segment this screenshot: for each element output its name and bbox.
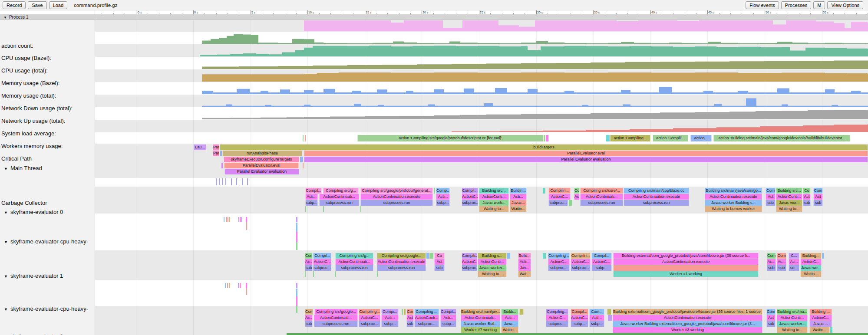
trace-event-bar[interactable] xyxy=(246,288,247,295)
trace-event-bar[interactable] xyxy=(240,217,241,222)
trace-event-bar[interactable]: Co xyxy=(574,188,580,194)
trace-event-bar[interactable]: sub xyxy=(767,265,776,271)
trace-event-bar[interactable]: Worker #3 working xyxy=(613,327,762,333)
counter-chart-workers-memory-usage[interactable] xyxy=(95,120,868,132)
trace-event-bar[interactable]: ActionContinuati... xyxy=(461,315,500,321)
trace-event-bar[interactable]: Waiting to... xyxy=(776,206,802,212)
trace-event-bar[interactable]: Compiling src/google/protobuf/generat... xyxy=(360,188,433,194)
trace-event-bar[interactable]: ActionC... xyxy=(548,259,570,265)
trace-event-bar[interactable]: Javac worker Building s... xyxy=(705,200,762,206)
trace-event-bar[interactable]: sub xyxy=(305,321,313,327)
trace-event-bar[interactable]: ActionConti... xyxy=(776,194,802,200)
trace-event-bar[interactable]: Java... xyxy=(501,321,518,327)
trace-event-bar[interactable] xyxy=(519,309,524,315)
trace-event-bar[interactable]: subproc... xyxy=(313,265,331,271)
trace-event-bar[interactable] xyxy=(247,178,248,185)
trace-event-bar[interactable]: Javac worker... xyxy=(777,321,808,327)
trace-event-bar[interactable] xyxy=(546,135,548,141)
trace-event-bar[interactable]: ActionContinuation.execute xyxy=(613,315,762,321)
trace-event-bar[interactable]: ActionConti... xyxy=(777,315,808,321)
trace-event-bar[interactable] xyxy=(224,217,224,222)
expander-icon[interactable]: ▼ xyxy=(4,274,8,279)
trace-event-bar[interactable]: sub xyxy=(766,200,776,206)
trace-event-bar[interactable] xyxy=(830,327,832,333)
counter-chart-system-load-average[interactable] xyxy=(95,108,868,119)
trace-event-bar[interactable]: Building src... xyxy=(479,188,509,194)
trace-event-bar[interactable] xyxy=(543,253,546,259)
trace-event-bar[interactable] xyxy=(287,333,868,335)
counter-chart-network-down-usage[interactable] xyxy=(95,82,868,94)
trace-event-bar[interactable] xyxy=(569,200,572,206)
trace-event-bar[interactable]: Compiling... xyxy=(359,309,380,315)
trace-event-bar[interactable]: Waitin... xyxy=(809,327,830,333)
trace-event-bar[interactable]: Waitin... xyxy=(800,271,822,277)
trace-event-bar[interactable]: subp... xyxy=(591,265,612,271)
trace-event-bar[interactable]: Worker #7 working xyxy=(461,327,500,333)
trace-event-bar[interactable]: runAnalysisPhase xyxy=(222,151,302,156)
trace-event-bar[interactable]: Building ... xyxy=(809,309,832,315)
trace-event-bar[interactable]: ActionC... xyxy=(809,315,832,321)
trace-event-bar[interactable]: Ac... xyxy=(777,259,786,265)
trace-event-bar[interactable]: ActionContinuation.execute xyxy=(377,259,426,265)
trace-event-bar[interactable]: ActionC... xyxy=(571,259,591,265)
process-1-header[interactable]: ▼Process 1 xyxy=(0,14,868,20)
trace-event-bar[interactable] xyxy=(377,271,378,277)
trace-event-bar[interactable]: skyframeExecutor.configureTargets xyxy=(224,157,299,162)
trace-event-bar[interactable]: subp... xyxy=(589,321,604,327)
trace-event-bar[interactable] xyxy=(238,283,239,288)
trace-event-bar[interactable] xyxy=(228,217,228,222)
trace-event-bar[interactable]: sub xyxy=(406,321,414,327)
trace-event-bar[interactable]: Javac wor... xyxy=(776,200,802,206)
trace-event-bar[interactable] xyxy=(544,135,545,141)
trace-event-bar[interactable]: Compil... xyxy=(462,188,478,194)
trace-event-bar[interactable]: su... xyxy=(789,265,799,271)
trace-event-bar[interactable]: Buildin... xyxy=(510,188,527,194)
trace-event-bar[interactable]: Acti... xyxy=(518,259,531,265)
trace-event-bar[interactable]: Compilin... xyxy=(571,253,591,259)
trace-event-bar[interactable]: sub xyxy=(305,265,313,271)
trace-event-bar[interactable] xyxy=(305,271,306,277)
trace-event-bar[interactable]: Compiling src/core/... xyxy=(580,188,623,194)
trace-event-bar[interactable]: sub xyxy=(434,265,445,271)
trace-event-bar[interactable]: Act xyxy=(766,315,776,321)
trace-event-bar[interactable]: Com xyxy=(766,309,776,315)
flow-events-button[interactable]: Flow events xyxy=(746,1,779,9)
trace-event-bar[interactable]: action 'Compiling... xyxy=(610,135,650,141)
trace-event-bar[interactable]: subprocess.run xyxy=(360,200,433,206)
trace-event-bar[interactable]: subprocess.run xyxy=(377,265,426,271)
trace-event-bar[interactable]: ActionC... xyxy=(462,194,478,200)
trace-event-bar[interactable] xyxy=(296,306,297,313)
trace-event-bar[interactable]: Com xyxy=(406,309,414,315)
trace-event-bar[interactable]: ActionContinuati... xyxy=(580,194,623,200)
trace-event-bar[interactable]: subproc... xyxy=(548,200,568,206)
trace-event-bar[interactable]: Act xyxy=(406,315,414,321)
trace-event-bar[interactable]: Acti... xyxy=(501,315,518,321)
trace-event-bar[interactable]: Waiting to... xyxy=(478,271,507,277)
trace-event-bar[interactable]: subprocess.run xyxy=(624,200,689,206)
trace-event-bar[interactable]: Building external/com_google_protobuf/ja… xyxy=(613,309,762,315)
trace-event-bar[interactable] xyxy=(227,283,228,288)
trace-event-bar[interactable]: ActionC... xyxy=(313,259,331,265)
timeline-ruler[interactable]: -5 s0 s5 s10 s15 s20 s25 s30 s35 s40 s45… xyxy=(0,10,868,14)
trace-event-bar[interactable]: Compiling src/g... xyxy=(323,188,359,194)
trace-event-bar[interactable]: Compiling... xyxy=(546,309,568,315)
counter-chart-action-count[interactable] xyxy=(95,20,868,31)
trace-event-bar[interactable] xyxy=(613,265,759,271)
trace-event-bar[interactable] xyxy=(402,309,403,315)
trace-event-bar[interactable] xyxy=(296,242,297,250)
trace-event-bar[interactable] xyxy=(607,309,611,315)
trace-event-bar[interactable]: ActionConti... xyxy=(479,194,509,200)
trace-event-bar[interactable]: subp... xyxy=(381,321,399,327)
trace-event-bar[interactable]: Compiling src/main/cpp/blaze.cc xyxy=(624,188,689,194)
trace-event-bar[interactable]: ActionContinuati... xyxy=(319,194,359,200)
trace-event-bar[interactable]: Act xyxy=(813,194,823,200)
trace-event-bar[interactable]: subprocess.run xyxy=(314,321,358,327)
trace-event-bar[interactable]: Com... xyxy=(589,309,604,315)
trace-event-bar[interactable]: Compil... xyxy=(571,309,588,315)
trace-event-bar[interactable]: Ac... xyxy=(305,259,313,265)
trace-event-bar[interactable]: Building src/ma... xyxy=(777,309,808,315)
trace-event-bar[interactable]: Wai... xyxy=(518,271,531,277)
trace-event-bar[interactable]: Javac worker Buil... xyxy=(461,321,500,327)
trace-event-bar[interactable]: Lau... xyxy=(194,145,206,150)
trace-event-bar[interactable] xyxy=(360,206,361,212)
